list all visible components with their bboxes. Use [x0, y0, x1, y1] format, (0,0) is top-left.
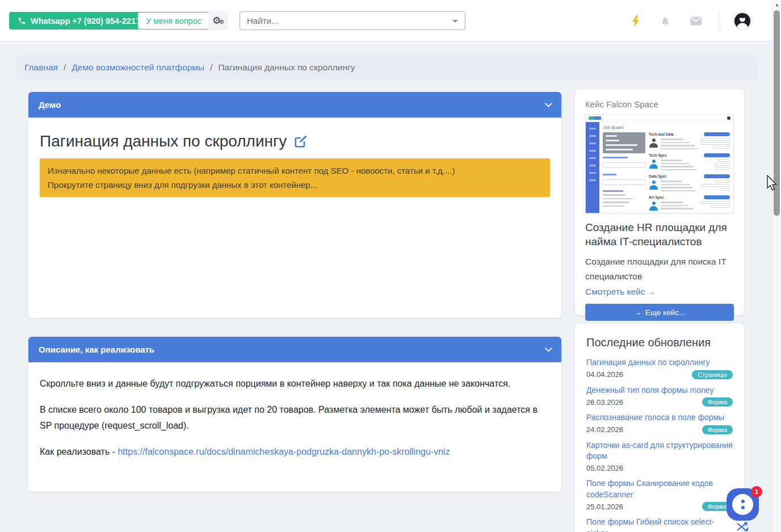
chevron-down-icon: [545, 100, 552, 107]
demo-panel-body: Пагинация данных по скроллингу Изначальн…: [28, 118, 561, 318]
arrow-right-icon: →: [648, 287, 656, 296]
breadcrumb-current: Пагинация данных по скроллингу: [218, 62, 355, 73]
update-link[interactable]: Денежный тип поля формы money: [586, 385, 733, 396]
case-subtitle: Создание площадки для поиска IT специали…: [585, 254, 734, 283]
update-date: 26.03.2026: [586, 398, 623, 407]
description-panel-body: Скролльте вниз и данные будут подгружать…: [28, 362, 561, 492]
search-input[interactable]: Найти...: [240, 11, 465, 30]
more-cases-label: Еще кейс...: [645, 308, 685, 317]
docs-link[interactable]: https://falconspace.ru/docs/dinamicheska…: [117, 447, 450, 456]
top-bar: Whatsapp +7 (920) 954-2217 У меня вопрос…: [0, 0, 781, 41]
update-item: Поле формы Сканирование кодов codeScanne…: [586, 478, 733, 511]
update-link[interactable]: Пагинация данных по скроллингу: [586, 357, 733, 368]
thumbnail-user-icon: [727, 116, 730, 120]
description-paragraph-2: В списке всего около 100 товаров и выгру…: [40, 402, 550, 434]
thumbnail-filters: [603, 132, 645, 213]
chevron-down-icon: [545, 345, 552, 352]
demo-panel: Демо Пагинация данных по скроллингу Изна…: [28, 92, 561, 318]
description-paragraph-1: Скролльте вниз и данные будут подгружать…: [40, 376, 550, 392]
topbar-divider: [719, 11, 719, 31]
update-item: Карточки as-card для структурирования фо…: [586, 440, 733, 472]
description-panel-title: Описание, как реализовать: [39, 345, 154, 354]
lightning-icon[interactable]: [629, 14, 643, 28]
description-panel-header[interactable]: Описание, как реализовать: [28, 337, 561, 362]
whatsapp-button[interactable]: Whatsapp +7 (920) 954-2217: [9, 12, 149, 30]
gears-icon: ⚙⚙: [212, 16, 224, 26]
breadcrumb-separator: /: [210, 62, 212, 73]
update-link[interactable]: Распознавание голоса в поле формы: [586, 412, 733, 424]
thumbnail-section-title: Art Spec: [649, 195, 664, 199]
chat-unread-badge: 1: [751, 486, 762, 497]
demo-panel-header[interactable]: Демо: [28, 92, 561, 118]
update-badge: Форма: [702, 425, 733, 434]
update-badge: Страницы: [692, 370, 733, 379]
main-column: Демо Пагинация данных по скроллингу Изна…: [28, 92, 561, 510]
breadcrumb-separator: /: [64, 62, 66, 73]
candidate-avatar-icon: [649, 180, 658, 190]
chat-widget-button[interactable]: 1: [727, 488, 759, 521]
thumbnail-sidebar: [586, 122, 599, 213]
alert-line-1: Изначально некоторые данные есть (наприм…: [48, 164, 542, 178]
envelope-icon[interactable]: [689, 14, 703, 28]
page-title: Пагинация данных по скроллингу: [40, 132, 287, 150]
case-card-label: Кейс Falcon Space: [585, 99, 734, 109]
scrollbar-up-arrow[interactable]: ▲: [772, 1, 781, 9]
case-thumbnail[interactable]: Job Board: [585, 114, 734, 213]
update-item: Денежный тип поля формы money 26.03.2026…: [586, 385, 733, 407]
search-placeholder: Найти...: [247, 16, 278, 26]
thumbnail-logo: [589, 116, 601, 120]
question-button[interactable]: У меня вопрос: [137, 12, 210, 30]
question-label: У меня вопрос: [146, 16, 201, 26]
thumbnail-topbar: [586, 115, 733, 122]
description-paragraph-3: Как реализовать - https://falconspace.ru…: [40, 444, 550, 460]
thumbnail-main: Job Board: [599, 122, 733, 213]
chat-icon: [732, 494, 753, 515]
update-date: 25.01.2026: [586, 502, 623, 511]
description-panel: Описание, как реализовать Скролльте вниз…: [28, 337, 561, 492]
update-date: 24.02.2026: [586, 425, 623, 434]
case-title: Создание HR площадки для найма IT-специа…: [585, 220, 734, 249]
topbar-icon-group: [629, 0, 752, 41]
chevron-down-icon: [452, 20, 458, 23]
thumbnail-section-title: Tech Spec: [649, 153, 667, 157]
more-cases-button[interactable]: → Еще кейс...: [585, 304, 734, 321]
update-link[interactable]: Поле формы Сканирование кодов codeScanne…: [586, 478, 733, 500]
arrow-right-icon: →: [634, 308, 642, 317]
update-item: Поле формы Гибкий список select-picker 1…: [586, 517, 733, 532]
bell-icon[interactable]: [658, 14, 672, 28]
breadcrumb-home-link[interactable]: Главная: [24, 62, 58, 73]
candidate-avatar-icon: [649, 159, 658, 169]
update-date: 05.02.2026: [586, 464, 623, 472]
breadcrumb: Главная / Демо возможностей платформы / …: [15, 55, 758, 80]
thumbnail-section-title: Data Spec: [649, 174, 666, 178]
case-card: Кейс Falcon Space Job Board: [575, 89, 744, 315]
update-link[interactable]: Поле формы Гибкий список select-picker: [586, 517, 733, 532]
scrollbar-thumb[interactable]: [774, 10, 780, 216]
updates-title: Последние обновления: [586, 336, 733, 349]
candidate-avatar-icon: [649, 201, 658, 211]
crossed-arrows-icon[interactable]: [736, 522, 749, 532]
update-date: 04.04.2026: [586, 370, 623, 379]
thumbnail-app-title: Job Board: [603, 125, 730, 130]
edit-icon[interactable]: [293, 134, 308, 149]
how-to-prefix: Как реализовать -: [40, 447, 117, 456]
thumbnail-section-title: Tech and Data: [649, 132, 674, 136]
vertical-scrollbar[interactable]: ▲: [772, 0, 781, 532]
demo-panel-title: Демо: [39, 100, 61, 110]
breadcrumb-demo-link[interactable]: Демо возможностей платформы: [72, 62, 204, 73]
alert-line-2: Прокрутите страницу вниз для подгрузки д…: [48, 178, 542, 192]
settings-button[interactable]: ⚙⚙: [208, 11, 228, 30]
view-case-link[interactable]: Смотреть кейс →: [585, 287, 656, 296]
right-sidebar: Кейс Falcon Space Job Board: [575, 89, 744, 532]
phone-icon: [18, 16, 26, 25]
thumbnail-job-list: Tech and Data Tech Spec Data Spec A: [649, 132, 730, 213]
candidate-avatar-icon: [649, 138, 658, 148]
whatsapp-label: Whatsapp +7 (920) 954-2217: [31, 16, 140, 26]
info-alert: Изначально некоторые данные есть (наприм…: [40, 158, 550, 197]
updates-card: Последние обновления Пагинация данных по…: [575, 324, 744, 532]
update-item: Распознавание голоса в поле формы 24.02.…: [586, 412, 733, 434]
avatar[interactable]: [733, 11, 752, 31]
update-link[interactable]: Карточки as-card для структурирования фо…: [586, 440, 733, 462]
update-item: Пагинация данных по скроллингу 04.04.202…: [586, 357, 733, 379]
update-badge: Форма: [702, 397, 733, 407]
